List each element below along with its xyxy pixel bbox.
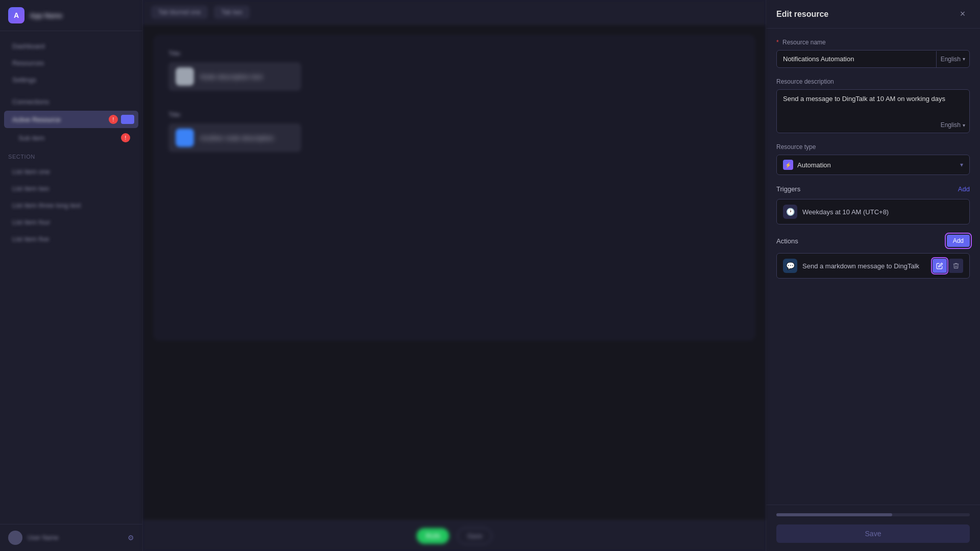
sidebar-item-s3[interactable]: List item three long text [4, 197, 138, 213]
actions-section-header: Actions Add [776, 235, 970, 247]
avatar [8, 531, 22, 545]
sidebar-logo: A [8, 7, 24, 23]
main-body: Title: Node description text Title: Anot… [143, 24, 766, 520]
save-section: Save [766, 524, 980, 551]
node-icon-2 [176, 129, 194, 147]
sidebar-item-label-s5: List item five [12, 235, 49, 243]
resource-name-input[interactable] [777, 51, 936, 67]
sidebar-item-badge: ! [109, 115, 118, 124]
node-group-2: Title: Another node description [168, 111, 740, 152]
node-text-2: Another node description [200, 134, 274, 142]
resource-name-chevron: ▾ [963, 56, 965, 62]
node-group-1-label: Title: [168, 50, 740, 57]
resource-description-chevron: ▾ [963, 122, 965, 128]
sidebar-item-label-s1: List item one [12, 168, 50, 176]
trash-icon [952, 262, 960, 269]
resource-description-label: Resource description [776, 78, 970, 85]
resource-description-lang-select[interactable]: English ▾ [941, 121, 965, 129]
resource-type-group: Resource type ⚡ Automation ▾ [776, 143, 970, 175]
sidebar: A App Name Dashboard Resources Settings … [0, 0, 143, 551]
trigger-icon-glyph-0: 🕐 [786, 208, 795, 216]
sidebar-nav: Dashboard Resources Settings Connections… [0, 31, 142, 524]
resource-name-lang-select[interactable]: English ▾ [936, 51, 969, 67]
actions-group: Actions Add 💬 Send a markdown message to… [776, 235, 970, 279]
sidebar-item-label-0: Dashboard [12, 42, 45, 50]
sidebar-item-3[interactable]: Connections [4, 94, 138, 110]
node-group-1: Title: Node description text [168, 50, 740, 91]
sidebar-item-s1[interactable]: List item one [4, 164, 138, 180]
resource-description-lang-text: English [941, 121, 961, 129]
sidebar-item-2[interactable]: Settings [4, 72, 138, 88]
resource-type-chevron: ▾ [960, 161, 963, 168]
action-text-0: Send a markdown message to DingTalk [802, 262, 927, 270]
sidebar-item-label-s4: List item four [12, 218, 50, 226]
action-edit-button-0[interactable] [933, 259, 947, 273]
triggers-label: Triggers [776, 185, 800, 193]
resource-name-label: * Resource name [776, 39, 970, 46]
sidebar-section-label: Section [0, 147, 142, 163]
sidebar-item-label-4: Active Resource [12, 116, 61, 123]
sidebar-item-label-1: Resources [12, 59, 44, 67]
save-button[interactable]: Save [776, 524, 970, 543]
resource-description-textarea[interactable]: Send a message to DingTalk at 10 AM on w… [783, 95, 963, 126]
sidebar-item-label-s2: List item two [12, 185, 49, 192]
sidebar-item-s5[interactable]: List item five [4, 231, 138, 247]
actions-add-button[interactable]: Add [947, 235, 970, 247]
sidebar-item-s4[interactable]: List item four [4, 214, 138, 230]
sidebar-item-4[interactable]: Active Resource ! [4, 111, 138, 128]
main-save-button[interactable]: Save [457, 528, 492, 544]
action-icon-0: 💬 [783, 259, 797, 273]
sidebar-footer: User Name ⚙ [0, 524, 142, 551]
right-panel: Edit resource × * Resource name English … [766, 0, 980, 551]
sidebar-item-indicator [121, 115, 130, 124]
sidebar-item-label-3: Connections [12, 98, 49, 106]
sidebar-item-s2[interactable]: List item two [4, 181, 138, 196]
action-icon-glyph-0: 💬 [786, 262, 795, 270]
triggers-group: Triggers Add 🕐 Weekdays at 10 AM (UTC+8) [776, 185, 970, 224]
sidebar-item-0[interactable]: Dashboard [4, 38, 138, 54]
resource-type-icon-text: ⚡ [785, 162, 791, 168]
topbar-tab-1[interactable]: Tab two [214, 6, 249, 19]
resource-name-lang-text: English [941, 56, 961, 63]
panel-title: Edit resource [776, 10, 828, 19]
node-icon-1 [176, 67, 194, 86]
sidebar-user-name: User Name [28, 534, 59, 541]
scrollbar-thumb [776, 513, 892, 516]
panel-footer [766, 505, 980, 524]
triggers-add-button[interactable]: Add [958, 185, 970, 193]
actions-label: Actions [776, 237, 798, 245]
resource-type-select[interactable]: ⚡ Automation ▾ [776, 155, 970, 175]
resource-type-text: Automation [797, 161, 960, 169]
resource-description-group: Resource description Send a message to D… [776, 78, 970, 133]
trigger-icon-0: 🕐 [783, 205, 797, 219]
canvas-area: Title: Node description text Title: Anot… [153, 35, 755, 341]
triggers-section-header: Triggers Add [776, 185, 970, 193]
node-card-2[interactable]: Another node description [168, 123, 301, 152]
sidebar-header: A App Name [0, 0, 142, 31]
topbar-tab-0[interactable]: Tab blurred one [151, 6, 208, 19]
resource-description-container: Send a message to DingTalk at 10 AM on w… [776, 89, 970, 133]
sidebar-item-label-2: Settings [12, 76, 36, 84]
trigger-item-0: 🕐 Weekdays at 10 AM (UTC+8) [776, 199, 970, 224]
resource-name-row: English ▾ [776, 50, 970, 68]
settings-icon[interactable]: ⚙ [128, 534, 134, 542]
required-asterisk: * [776, 39, 779, 46]
close-button[interactable]: × [955, 7, 970, 21]
resource-type-icon: ⚡ [783, 160, 793, 170]
node-group-2-label: Title: [168, 111, 740, 118]
main-content: Tab blurred one Tab two Title: Node desc… [143, 0, 766, 551]
sidebar-subitem-label: Sub item [18, 134, 44, 142]
run-button[interactable]: RUN [416, 528, 449, 544]
action-item-0: 💬 Send a markdown message to DingTalk [776, 253, 970, 279]
sidebar-item-1[interactable]: Resources [4, 55, 138, 71]
sidebar-item-sub[interactable]: Sub item ! [4, 129, 138, 146]
sidebar-sub-badge: ! [121, 133, 130, 142]
node-card-1[interactable]: Node description text [168, 62, 301, 91]
sidebar-app-name: App Name [30, 12, 62, 19]
node-text-1: Node description text [200, 73, 262, 81]
scrollbar[interactable] [776, 513, 970, 516]
main-topbar: Tab blurred one Tab two [143, 0, 766, 24]
panel-header: Edit resource × [766, 0, 980, 29]
action-delete-button-0[interactable] [949, 259, 963, 273]
resource-name-group: * Resource name English ▾ [776, 39, 970, 68]
